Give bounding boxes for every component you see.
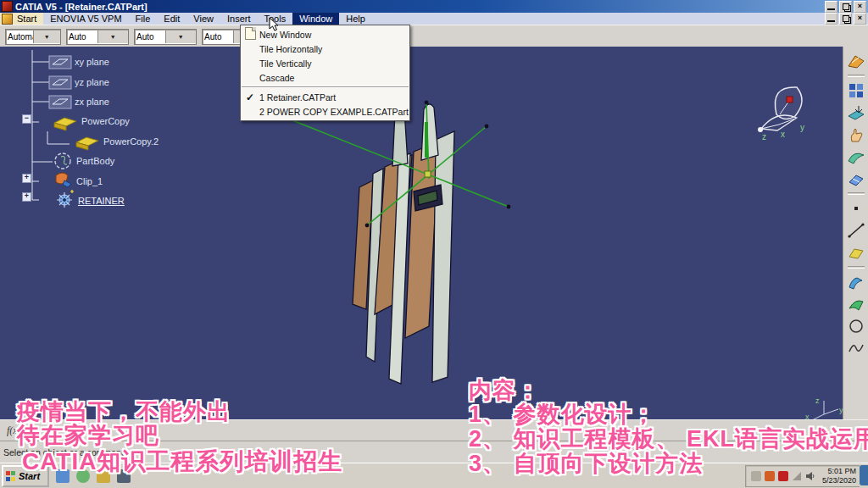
tree-item-retainer[interactable]: RETAINER (78, 196, 125, 206)
check-icon: ✓ (241, 92, 259, 103)
point-icon[interactable] (847, 200, 865, 217)
tray-icon-2[interactable] (778, 471, 788, 481)
tree-item-xy-plane[interactable]: xy plane (75, 57, 109, 67)
menu-item-tile-vertically[interactable]: Tile Vertically (241, 56, 409, 70)
sweep-surface-icon[interactable] (847, 148, 865, 165)
tree-expander-powercopy[interactable]: − (22, 114, 31, 124)
mini-axis-triad: z x y (805, 396, 843, 419)
title-bar: CATIA V5 - [Retainer.CATPart] × (0, 0, 868, 13)
window-menu-dropdown: New Window Tile Horizontally Tile Vertic… (240, 25, 410, 121)
menu-item-new-window[interactable]: New Window (241, 27, 409, 42)
menu-enovia[interactable]: ENOVIA V5 VPM (43, 13, 128, 25)
restore-button[interactable] (839, 1, 852, 13)
menu-item-cascade[interactable]: Cascade (241, 70, 409, 85)
extrude-surface-icon[interactable] (847, 274, 865, 291)
filter-combo-2[interactable]: Auto▼ (66, 29, 129, 45)
tree-item-partbody[interactable]: PartBody (76, 156, 114, 166)
tray-date: 5/23/2020 (822, 476, 856, 485)
tree-item-yz-plane[interactable]: yz plane (75, 77, 109, 87)
menu-file[interactable]: File (129, 13, 158, 25)
revolve-surface-icon[interactable] (847, 296, 865, 313)
menu-bar: Start ENOVIA V5 VPM File Edit View Inser… (0, 13, 868, 25)
toolbar-separator (848, 75, 865, 77)
overlay-left-line-3: CATIA知识工程系列培训招生 (22, 446, 342, 478)
fill-surface-icon[interactable] (847, 170, 865, 187)
windows-flag-icon (6, 471, 16, 481)
select-surface-icon[interactable] (847, 104, 865, 121)
toolbar-separator (848, 266, 865, 269)
tree-item-zx-plane[interactable]: zx plane (75, 97, 109, 107)
show-desktop-button[interactable] (860, 465, 868, 485)
retainer-icon (57, 190, 74, 208)
menu-view[interactable]: View (186, 13, 220, 25)
close-button[interactable]: × (854, 1, 866, 13)
menu-edit[interactable]: Edit (157, 13, 186, 25)
chevron-down-icon[interactable]: ▼ (33, 30, 61, 43)
plane-icon (49, 56, 71, 108)
menu-separator (242, 86, 409, 88)
mini-axis-z: z (815, 396, 820, 405)
filter-combo-1[interactable]: Automa▼ (5, 29, 61, 45)
plane-tool-icon[interactable] (847, 244, 865, 261)
workbench-icon (2, 14, 13, 25)
compass-x-label: x (781, 130, 785, 139)
circle-icon[interactable] (847, 318, 865, 335)
line-icon[interactable] (847, 222, 865, 239)
tree-expander-retainer[interactable]: + (22, 192, 31, 202)
right-toolbar (843, 47, 868, 419)
tree-item-powercopy[interactable]: PowerCopy (81, 116, 130, 126)
window-title: CATIA V5 - [Retainer.CATPart] (15, 2, 147, 12)
3d-viewport[interactable]: z x y z x y − + + xy plane yz plane zx p… (0, 47, 868, 419)
system-tray: 5:01 PM 5/23/2020 (745, 465, 860, 487)
mouse-cursor (269, 17, 281, 32)
spline-icon[interactable] (847, 340, 865, 357)
tray-time: 5:01 PM (822, 467, 856, 476)
grid-squares-icon[interactable] (847, 82, 865, 99)
toolbar-separator (848, 192, 865, 195)
menu-start[interactable]: Start (17, 14, 36, 24)
partbody-icon (55, 153, 70, 169)
chevron-down-icon[interactable]: ▼ (165, 30, 197, 43)
tree-item-clip[interactable]: Clip_1 (76, 176, 103, 186)
compass-y-label: y (800, 123, 804, 132)
tray-icon-1[interactable] (751, 471, 761, 481)
retainer-part (353, 104, 454, 384)
start-menu-section[interactable]: Start (0, 13, 43, 25)
compass-z-label: z (762, 132, 766, 141)
doc-close-button[interactable]: × (854, 13, 866, 25)
top-toolbar: Automa▼ Auto▼ Auto▼ Auto▼ Aut▼ Aut▼ (0, 25, 868, 48)
hand-tool-icon[interactable] (847, 126, 865, 143)
volume-icon[interactable] (805, 471, 815, 481)
workbench-surface-icon[interactable] (847, 53, 865, 69)
network-icon[interactable] (792, 471, 802, 481)
compass[interactable]: z x y (758, 87, 804, 141)
clip-icon (56, 173, 71, 187)
filter-combo-3[interactable]: Auto▼ (134, 29, 197, 45)
menu-item-tile-horizontally[interactable]: Tile Horizontally (241, 42, 409, 56)
doc-minimize-button[interactable] (825, 13, 837, 25)
menu-item-doc-powercopy-example[interactable]: 2 POWER COPY EXAMPLE.CATPart (241, 104, 409, 119)
menu-item-doc-retainer[interactable]: ✓ 1 Retainer.CATPart (241, 90, 409, 104)
chevron-down-icon[interactable]: ▼ (97, 30, 129, 43)
tree-item-powercopy2[interactable]: PowerCopy.2 (103, 136, 159, 147)
3d-scene: z x y z x y (0, 47, 868, 419)
tray-icon-powerpoint[interactable] (765, 471, 775, 481)
minimize-button[interactable] (825, 1, 837, 13)
overlay-right-line-4: 3、 自顶向下设计方法 (469, 448, 704, 479)
doc-restore-button[interactable] (839, 13, 852, 25)
menu-help[interactable]: Help (339, 13, 372, 25)
tree-expander-clip[interactable]: + (22, 174, 31, 183)
clock: 5:01 PM 5/23/2020 (822, 467, 856, 485)
new-window-icon (245, 27, 256, 40)
app-icon (2, 1, 13, 12)
menu-window[interactable]: Window (292, 13, 339, 25)
menu-insert[interactable]: Insert (220, 13, 258, 25)
mini-axis-x: x (805, 413, 810, 419)
